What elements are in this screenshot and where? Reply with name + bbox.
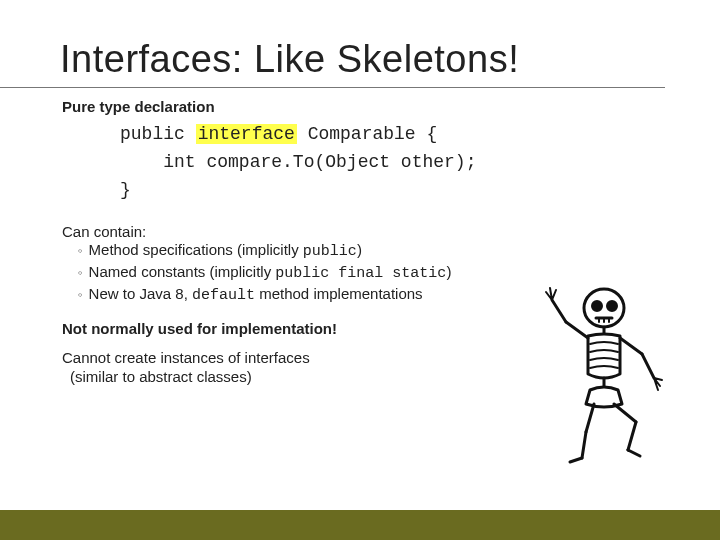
code-classname: Comparable xyxy=(308,124,416,144)
cannot-create-line-1: Cannot create instances of interfaces xyxy=(62,349,560,366)
svg-line-8 xyxy=(642,354,654,378)
pure-declaration-label: Pure type declaration xyxy=(62,98,560,115)
code-brace-open: { xyxy=(427,124,438,144)
bullet-text: Named constants (implicitly public final… xyxy=(89,262,452,284)
svg-line-11 xyxy=(614,404,636,422)
svg-point-1 xyxy=(593,302,602,311)
svg-line-5 xyxy=(566,322,588,338)
code-kw-interface: interface xyxy=(196,124,297,144)
list-item: ◦ Named constants (implicitly public fin… xyxy=(78,262,560,284)
bullet-text: New to Java 8, default method implementa… xyxy=(89,284,423,306)
svg-line-12 xyxy=(628,422,636,450)
can-contain-label: Can contain: xyxy=(62,223,560,240)
not-used-line: Not normally used for implementation! xyxy=(62,320,560,337)
list-item: ◦ Method specifications (implicitly publ… xyxy=(78,240,560,262)
code-kw-public: public xyxy=(120,124,185,144)
svg-line-9 xyxy=(586,404,594,432)
slide-footer-bar xyxy=(0,510,720,540)
slide-title: Interfaces: Like Skeletons! xyxy=(0,0,665,88)
svg-line-7 xyxy=(620,338,642,354)
svg-line-6 xyxy=(552,300,566,322)
slide-body: Pure type declaration public interface C… xyxy=(0,88,560,385)
skeleton-image xyxy=(542,282,672,467)
list-item: ◦ New to Java 8, default method implemen… xyxy=(78,284,560,306)
bullet-list: ◦ Method specifications (implicitly publ… xyxy=(78,240,560,307)
svg-line-10 xyxy=(582,432,586,458)
bullet-text: Method specifications (implicitly public… xyxy=(89,240,362,262)
bullet-icon: ◦ xyxy=(78,242,83,260)
code-method-line: int compare.To(Object other); xyxy=(163,152,476,172)
cannot-create-line-2: (similar to abstract classes) xyxy=(62,368,560,385)
code-brace-close: } xyxy=(120,180,131,200)
svg-point-2 xyxy=(608,302,617,311)
bullet-icon: ◦ xyxy=(78,264,83,282)
code-block: public interface Comparable { int compar… xyxy=(120,121,560,205)
bullet-icon: ◦ xyxy=(78,286,83,304)
